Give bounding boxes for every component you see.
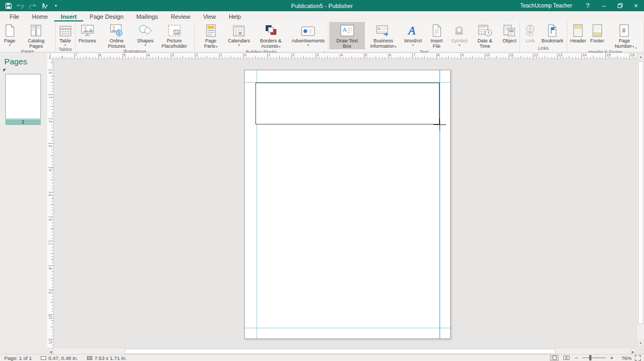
ruler-number: 15 (606, 53, 611, 57)
two-page-spread-view-button[interactable] (562, 355, 570, 361)
ribbon-button-label: Page▾ (4, 38, 15, 47)
ribbon-group-label: Links (538, 46, 548, 51)
close-button[interactable]: × (628, 0, 644, 11)
ribbon-button-page-parts[interactable]: Page Parts▾ (196, 22, 226, 49)
ribbon-button-draw-text-box[interactable]: ADraw Text Box (330, 22, 365, 49)
ruler-number: 2 (196, 53, 198, 57)
ribbon-button-business-information[interactable]: Business Information▾ (365, 22, 402, 49)
tab-home[interactable]: Home (26, 12, 54, 21)
picture-placeholder-icon (167, 23, 181, 37)
redo-icon[interactable]: ▾ (27, 1, 38, 11)
vertical-ruler[interactable]: 01234567891011 (47, 59, 54, 348)
ribbon-group-tables: Table▾Tables (56, 21, 76, 52)
fit-page-icon[interactable] (635, 355, 641, 361)
ribbon-button-date-time[interactable]: Date & Time (470, 22, 500, 49)
ribbon-button-header[interactable]: Header (568, 22, 588, 49)
ribbon-button-footer[interactable]: Footer (588, 22, 606, 49)
page-thumbnail-preview[interactable] (5, 74, 41, 119)
tab-page-design[interactable]: Page Design (83, 12, 130, 21)
ribbon-button-table[interactable]: Table▾ (57, 22, 74, 47)
page-indicator[interactable]: Page: 1 of 1 (0, 355, 36, 361)
dropdown-arrow-icon: ▾ (291, 43, 325, 47)
wordart-icon: A (406, 23, 420, 37)
ribbon-button-shapes[interactable]: Shapes▾ (135, 22, 156, 49)
touch-mouse-mode-icon[interactable]: ▾ (39, 1, 49, 11)
ribbon-button-object[interactable]: Object (500, 22, 518, 49)
pages-panel-collapse-icon[interactable]: ◤ (0, 66, 47, 72)
tab-view[interactable]: View (196, 12, 222, 21)
ribbon-group-text: ADraw Text BoxBusiness Information▾AWord… (328, 21, 520, 52)
drawn-text-box[interactable] (255, 83, 440, 124)
tab-mailings[interactable]: Mailings (130, 12, 164, 21)
ribbon-button-page[interactable]: Page▾ (1, 22, 18, 49)
tab-help[interactable]: Help (222, 12, 247, 21)
vertical-scrollbar-thumb[interactable] (638, 61, 643, 324)
ribbon-button-calendars[interactable]: Calendars▾ (226, 22, 252, 49)
account-name[interactable]: TeachUcomp Teacher (520, 3, 572, 9)
zoom-slider-thumb[interactable] (589, 355, 591, 360)
ruler-number: 2 (292, 53, 295, 57)
ruler-number: 4 (148, 53, 150, 57)
object-position-indicator[interactable]: 0.47, 0.48 in. (36, 355, 83, 361)
publication-page[interactable] (244, 70, 451, 339)
ruler-number: 10 (486, 53, 490, 57)
single-page-view-button[interactable] (550, 355, 559, 361)
ribbon-button-page-number[interactable]: #Page Number▾ (606, 22, 642, 49)
ribbon-button-label: Shapes▾ (137, 38, 154, 47)
vertical-scrollbar[interactable]: ▲ ▼ (636, 53, 644, 348)
zoom-level[interactable]: 76% (618, 355, 632, 361)
ribbon-button-online-pictures[interactable]: Online Pictures (98, 22, 135, 49)
horizontal-scrollbar-thumb[interactable] (125, 349, 555, 354)
ruler-number: 1 (268, 53, 270, 57)
zoom-out-button[interactable]: − (574, 355, 579, 361)
scroll-right-icon[interactable]: ▶ (630, 349, 636, 354)
ruler-number: 3 (48, 143, 52, 149)
scroll-down-icon[interactable]: ▼ (638, 340, 644, 347)
ribbon-group-pages: Page▾Catalog PagesPages (0, 21, 56, 52)
minimize-button[interactable]: – (596, 0, 612, 11)
dropdown-arrow-icon: ▾ (279, 45, 281, 48)
tab-file[interactable]: File (3, 12, 26, 21)
ribbon-button-label: Date & Time (472, 38, 498, 49)
ribbon-button-link: Link (521, 22, 539, 45)
svg-text:A: A (342, 26, 347, 33)
undo-icon[interactable]: ▾ (15, 1, 26, 11)
ribbon-button-advertisements[interactable]: Advertisements▾ (289, 22, 327, 49)
collapse-ribbon-icon[interactable]: ⌃ (632, 46, 640, 52)
scroll-left-icon[interactable]: ◀ (48, 349, 54, 354)
ribbon-button-catalog-pages[interactable]: Catalog Pages (18, 22, 54, 49)
ruler-number: 6 (389, 53, 391, 57)
link-icon (523, 23, 537, 37)
ribbon-button-picture-placeholder[interactable]: Picture Placeholder (156, 22, 193, 49)
ribbon-button-pictures[interactable]: Pictures (77, 22, 98, 49)
ribbon-button-insert-file[interactable]: Insert File (424, 22, 449, 49)
tab-review[interactable]: Review (164, 12, 196, 21)
ribbon-button-label: Advertisements▾ (291, 38, 325, 47)
ribbon-button-bookmark[interactable]: Bookmark (539, 22, 566, 45)
scroll-up-icon[interactable]: ▲ (638, 54, 644, 60)
object-position-icon (41, 356, 46, 360)
ribbon-button-wordart[interactable]: AWordArt▾ (402, 22, 424, 49)
ribbon-button-label: Link (526, 38, 535, 43)
customize-qat-icon[interactable]: ▾ (50, 1, 61, 11)
status-bar: Page: 1 of 1 0.47, 0.48 in. 7.53 x 1.71 … (0, 354, 644, 361)
zoom-slider[interactable] (582, 357, 606, 358)
ribbon-button-label: Catalog Pages (20, 38, 52, 49)
help-button[interactable]: ? (580, 0, 596, 11)
horizontal-scrollbar[interactable]: ◀ ▶ (47, 348, 636, 354)
restore-button[interactable] (612, 0, 628, 11)
ribbon-tab-row: FileHomeInsertPage DesignMailingsReviewV… (0, 11, 644, 21)
dropdown-arrow-icon: ▾ (216, 45, 217, 48)
object-size-indicator[interactable]: 7.53 x 1.71 in. (83, 355, 131, 361)
save-icon[interactable] (3, 1, 14, 11)
zoom-in-button[interactable]: + (609, 355, 614, 361)
ruler-number: 11 (510, 53, 514, 57)
page-thumbnail[interactable]: 1 (5, 74, 41, 125)
ribbon-group-illustrations: PicturesOnline PicturesShapes▾Picture Pl… (76, 21, 195, 52)
page-thumbnail-number[interactable]: 1 (5, 119, 41, 125)
ruler-number: 3 (172, 53, 174, 57)
ribbon: Page▾Catalog PagesPagesTable▾TablesPictu… (0, 21, 644, 53)
horizontal-ruler[interactable]: 7654321012345678910111213141516 (47, 53, 636, 59)
ribbon-button-borders-accents[interactable]: Borders & Accents▾ (252, 22, 290, 49)
tab-insert[interactable]: Insert (54, 12, 83, 21)
